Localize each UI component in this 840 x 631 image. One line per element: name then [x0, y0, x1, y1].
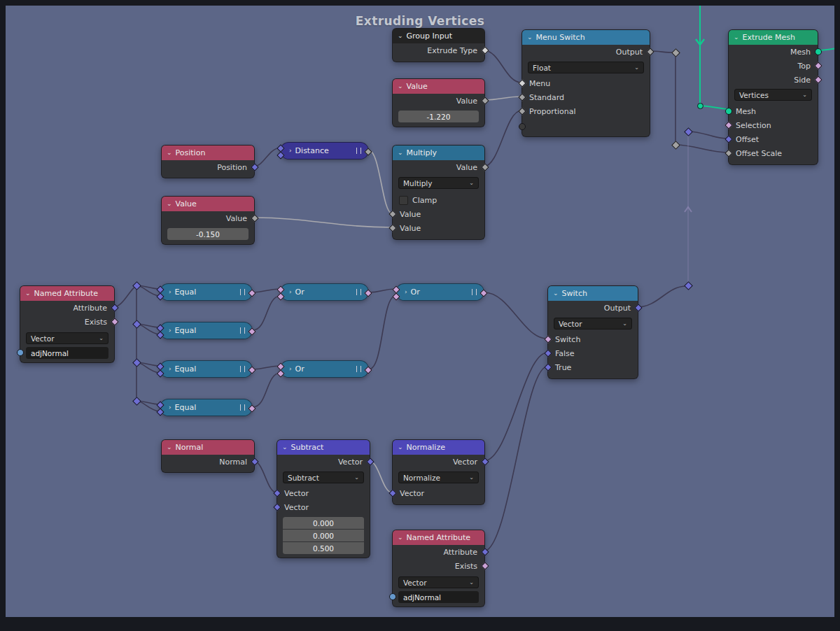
- node-equal-2[interactable]: › Equal: [160, 322, 253, 339]
- node-header[interactable]: ⌄ Value: [393, 79, 484, 94]
- clamp-checkbox[interactable]: [399, 196, 408, 205]
- node-named-attribute-1[interactable]: ⌄ Named Attribute Attribute Exists Vecto…: [20, 285, 115, 363]
- collapse-icon[interactable]: ⌄: [734, 34, 739, 41]
- collapse-icon[interactable]: ⌄: [167, 201, 172, 207]
- link[interactable]: [113, 287, 135, 307]
- expand-icon[interactable]: ›: [405, 289, 407, 295]
- node-multiply[interactable]: ⌄ Multiply Value Multiply ⌄ Clamp Value …: [392, 145, 485, 240]
- expand-icon[interactable]: ›: [289, 289, 292, 295]
- node-normal[interactable]: ⌄ Normal Normal: [161, 439, 255, 473]
- link[interactable]: [484, 50, 522, 83]
- data-type-dropdown[interactable]: Float ⌄: [528, 62, 644, 73]
- operation-dropdown[interactable]: Normalize ⌄: [398, 472, 479, 483]
- link[interactable]: [253, 218, 392, 227]
- vector-y-field[interactable]: 0.000: [283, 530, 364, 541]
- link[interactable]: [253, 296, 280, 330]
- attribute-name-field[interactable]: adjNormal: [26, 347, 108, 359]
- socket-label: Vector: [400, 489, 424, 498]
- mode-dropdown[interactable]: Vertices ⌄: [734, 89, 812, 101]
- collapse-icon[interactable]: ⌄: [282, 444, 288, 451]
- link[interactable]: [484, 292, 547, 339]
- collapse-icon[interactable]: ⌄: [527, 34, 533, 41]
- link[interactable]: [369, 461, 392, 492]
- link[interactable]: [676, 145, 728, 153]
- node-menu-switch[interactable]: ⌄ Menu Switch Output Float ⌄ Menu Standa…: [522, 29, 650, 137]
- output-socket-mesh[interactable]: [815, 48, 822, 55]
- node-value-2[interactable]: ⌄ Value Value -0.150: [161, 196, 255, 245]
- vector-x-field[interactable]: 0.000: [283, 517, 364, 529]
- node-normalize[interactable]: ⌄ Normalize Vector Normalize ⌄ Vector: [392, 439, 485, 505]
- node-equal-4[interactable]: › Equal: [160, 399, 253, 416]
- node-or-3[interactable]: › Or: [396, 283, 484, 301]
- output-row: Attribute: [393, 545, 484, 559]
- node-equal-3[interactable]: › Equal: [160, 360, 253, 378]
- node-distance-collapsed[interactable]: › Distance: [280, 142, 369, 159]
- expand-icon[interactable]: ›: [289, 366, 292, 372]
- node-header[interactable]: ⌄ Normalize: [393, 440, 484, 455]
- input-socket-name[interactable]: [17, 349, 24, 356]
- link[interactable]: [484, 367, 547, 551]
- collapse-icon[interactable]: ⌄: [553, 290, 559, 297]
- dropdown-value: Vector: [403, 579, 426, 587]
- link[interactable]: [688, 132, 728, 139]
- node-named-attribute-2[interactable]: ⌄ Named Attribute Attribute Exists Vecto…: [392, 530, 485, 607]
- input-socket-mesh[interactable]: [725, 108, 732, 115]
- node-header[interactable]: ⌄ Group Input: [393, 29, 484, 43]
- data-type-dropdown[interactable]: Vector ⌄: [554, 318, 632, 329]
- collapse-icon[interactable]: ⌄: [25, 290, 31, 297]
- node-group-input[interactable]: ⌄ Group Input Extrude Type: [392, 28, 485, 62]
- reroute-node[interactable]: [697, 103, 704, 109]
- node-subtract[interactable]: ⌄ Subtract Vector Subtract ⌄ Vector Vect…: [276, 439, 370, 558]
- collapse-icon[interactable]: ⌄: [398, 33, 403, 39]
- link[interactable]: [484, 353, 547, 461]
- expand-icon[interactable]: ›: [169, 289, 172, 295]
- data-type-dropdown[interactable]: Vector ⌄: [398, 576, 479, 588]
- collapse-icon[interactable]: ⌄: [398, 444, 403, 451]
- link[interactable]: [253, 148, 280, 166]
- operation-dropdown[interactable]: Multiply ⌄: [398, 177, 479, 189]
- node-header[interactable]: ⌄ Value: [162, 197, 254, 211]
- collapse-icon[interactable]: ⌄: [398, 83, 403, 90]
- node-header[interactable]: ⌄ Named Attribute: [20, 286, 114, 301]
- node-equal-1[interactable]: › Equal: [160, 283, 253, 301]
- collapse-icon[interactable]: ⌄: [167, 150, 172, 156]
- node-header[interactable]: ⌄ Normal: [162, 440, 254, 455]
- node-header[interactable]: ⌄ Position: [162, 146, 254, 160]
- link[interactable]: [369, 150, 392, 213]
- link[interactable]: [369, 296, 396, 369]
- node-header[interactable]: ⌄ Switch: [548, 286, 638, 301]
- link[interactable]: [253, 373, 280, 407]
- extend-socket[interactable]: [519, 123, 526, 130]
- input-socket-name[interactable]: [389, 593, 396, 600]
- value-field[interactable]: -0.150: [167, 228, 248, 240]
- node-header[interactable]: ⌄ Extrude Mesh: [729, 30, 818, 45]
- collapse-icon[interactable]: ⌄: [398, 534, 403, 541]
- node-header[interactable]: ⌄ Named Attribute: [393, 530, 484, 545]
- node-or-1[interactable]: › Or: [280, 283, 369, 301]
- node-editor-canvas[interactable]: Extruding Vertices ⌄ Group Input Extrude…: [0, 0, 840, 631]
- node-switch[interactable]: ⌄ Switch Output Vector ⌄ Switch False Tr…: [547, 285, 638, 379]
- expand-icon[interactable]: ›: [289, 148, 292, 154]
- expand-icon[interactable]: ›: [169, 404, 172, 411]
- vector-z-field[interactable]: 0.500: [283, 542, 364, 554]
- collapse-icon[interactable]: ⌄: [167, 444, 172, 451]
- data-type-dropdown[interactable]: Vector ⌄: [26, 332, 108, 344]
- collapse-icon[interactable]: ⌄: [398, 150, 403, 156]
- node-header[interactable]: ⌄ Subtract: [277, 440, 370, 455]
- link[interactable]: [637, 286, 685, 307]
- node-or-2[interactable]: › Or: [280, 360, 369, 378]
- node-position[interactable]: ⌄ Position Position: [161, 145, 255, 178]
- node-value-1[interactable]: ⌄ Value Value -1.220: [392, 78, 485, 127]
- attribute-name-field[interactable]: adjNormal: [398, 591, 479, 603]
- node-header[interactable]: ⌄ Multiply: [393, 146, 484, 160]
- link[interactable]: [484, 111, 522, 166]
- expand-icon[interactable]: ›: [169, 366, 172, 372]
- expand-icon[interactable]: ›: [169, 327, 172, 334]
- value-field[interactable]: -1.220: [398, 111, 479, 122]
- operation-dropdown[interactable]: Subtract ⌄: [283, 472, 364, 483]
- node-extrude-mesh[interactable]: ⌄ Extrude Mesh Mesh Top Side Vertices ⌄ …: [728, 29, 818, 165]
- link[interactable]: [700, 106, 728, 109]
- link[interactable]: [484, 97, 522, 100]
- link[interactable]: [253, 461, 276, 492]
- node-header[interactable]: ⌄ Menu Switch: [522, 30, 650, 45]
